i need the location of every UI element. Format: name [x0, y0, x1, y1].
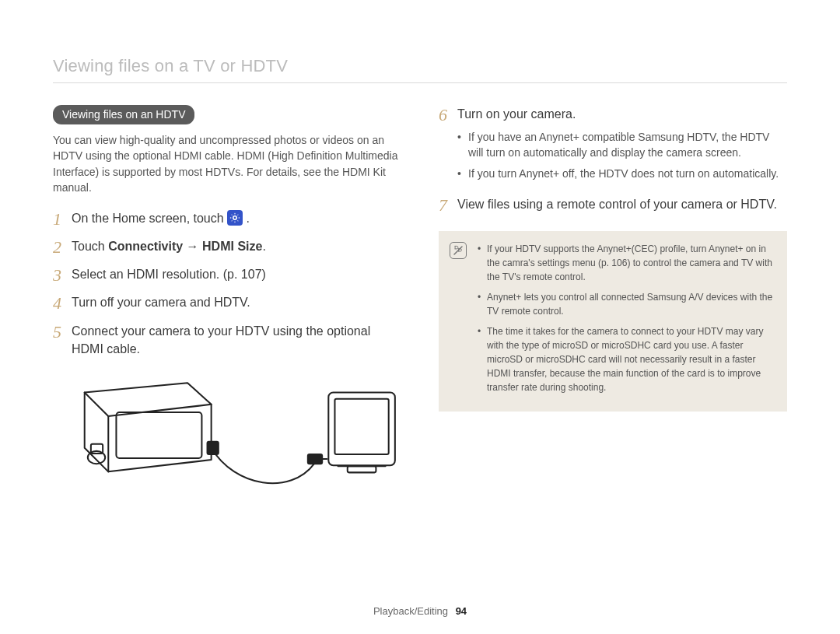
step-number: 2 — [53, 237, 72, 256]
steps-list-left: 1 On the Home screen, touch . — [53, 209, 401, 358]
note-item: If your HDTV supports the Anynet+(CEC) p… — [478, 242, 773, 284]
svg-rect-8 — [348, 466, 376, 472]
step-text-after: . — [262, 240, 265, 253]
step-text-after: . — [247, 212, 250, 225]
step-text: On the Home screen, touch . — [72, 209, 250, 227]
step-number: 7 — [439, 195, 457, 214]
svg-rect-7 — [334, 399, 388, 454]
step-text-main: Turn on your camera. — [457, 107, 576, 121]
step-text: Turn on your camera. If you have an Anyn… — [457, 105, 787, 186]
note-list: If your HDTV supports the Anynet+(CEC) p… — [478, 242, 773, 394]
footer-page-number: 94 — [456, 605, 467, 617]
step-number: 1 — [53, 209, 72, 228]
section-pill: Viewing files on an HDTV — [53, 105, 194, 124]
two-column-layout: Viewing files on an HDTV You can view hi… — [53, 105, 787, 514]
page-title: Viewing files on a TV or HDTV — [53, 56, 787, 83]
step-text: Select an HDMI resolution. (p. 107) — [72, 265, 266, 283]
step-text-before: On the Home screen, touch — [72, 212, 227, 225]
step-number: 4 — [53, 293, 72, 312]
step-6-bullets: If you have an Anynet+ compatible Samsun… — [457, 129, 787, 181]
step-5: 5 Connect your camera to your HDTV using… — [53, 322, 401, 358]
step-arrow: → — [183, 240, 202, 253]
bullet-item: If you have an Anynet+ compatible Samsun… — [457, 129, 787, 161]
step-6: 6 Turn on your camera. If you have an An… — [439, 105, 787, 186]
settings-gear-icon — [227, 210, 243, 226]
steps-list-right: 6 Turn on your camera. If you have an An… — [439, 105, 787, 214]
svg-rect-1 — [116, 412, 201, 458]
step-text: Turn off your camera and HDTV. — [72, 293, 250, 311]
step-bold-1: Connectivity — [108, 240, 183, 253]
step-number: 6 — [439, 105, 457, 124]
step-1: 1 On the Home screen, touch . — [53, 209, 401, 228]
note-icon — [450, 242, 467, 259]
step-7: 7 View files using a remote control of y… — [439, 195, 787, 214]
svg-point-0 — [233, 216, 236, 219]
step-bold-2: HDMI Size — [202, 240, 262, 253]
right-column: 6 Turn on your camera. If you have an An… — [439, 105, 787, 514]
step-4: 4 Turn off your camera and HDTV. — [53, 293, 401, 312]
step-text: View files using a remote control of you… — [457, 195, 777, 213]
step-2: 2 Touch Connectivity → HDMI Size. — [53, 237, 401, 256]
step-text: Touch Connectivity → HDMI Size. — [72, 237, 266, 255]
bullet-item: If you turn Anynet+ off, the HDTV does n… — [457, 166, 787, 181]
step-text-before: Touch — [72, 240, 108, 253]
note-box: If your HDTV supports the Anynet+(CEC) p… — [439, 231, 787, 412]
left-column: Viewing files on an HDTV You can view hi… — [53, 105, 401, 514]
footer-section: Playback/Editing — [373, 605, 448, 617]
intro-text: You can view high-quality and uncompress… — [53, 132, 401, 195]
hdmi-connection-illustration — [53, 369, 401, 514]
step-number: 5 — [53, 322, 72, 341]
step-text: Connect your camera to your HDTV using t… — [72, 322, 401, 358]
svg-rect-4 — [208, 442, 219, 454]
step-3: 3 Select an HDMI resolution. (p. 107) — [53, 265, 401, 284]
step-number: 3 — [53, 265, 72, 284]
note-item: Anynet+ lets you control all connected S… — [478, 290, 773, 318]
note-item: The time it takes for the camera to conn… — [478, 324, 773, 394]
manual-page: Viewing files on a TV or HDTV Viewing fi… — [0, 0, 840, 634]
page-footer: Playback/Editing 94 — [0, 605, 840, 617]
